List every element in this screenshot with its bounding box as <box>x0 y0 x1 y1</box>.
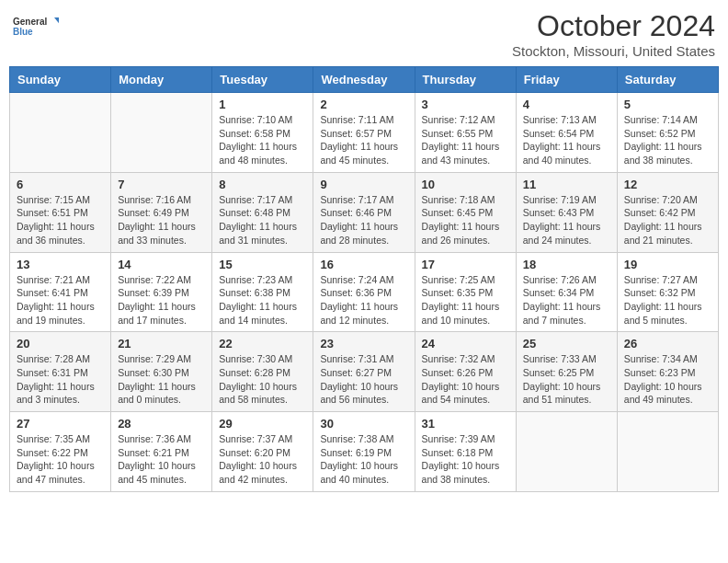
day-info: Sunrise: 7:14 AMSunset: 6:52 PMDaylight:… <box>624 113 711 167</box>
day-number: 3 <box>422 98 509 111</box>
day-info: Sunrise: 7:16 AMSunset: 6:49 PMDaylight:… <box>118 193 205 247</box>
calendar-cell: 13Sunrise: 7:21 AMSunset: 6:41 PMDayligh… <box>10 252 111 332</box>
day-number: 23 <box>320 337 407 350</box>
day-number: 21 <box>118 337 205 350</box>
day-number: 28 <box>118 417 205 431</box>
calendar-day-header: Wednesday <box>313 67 415 93</box>
svg-text:General: General <box>13 17 47 27</box>
calendar-cell <box>516 412 617 492</box>
day-number: 31 <box>422 417 509 431</box>
day-info: Sunrise: 7:21 AMSunset: 6:41 PMDaylight:… <box>17 273 104 327</box>
calendar-cell: 27Sunrise: 7:35 AMSunset: 6:22 PMDayligh… <box>10 412 111 492</box>
day-number: 8 <box>219 178 306 191</box>
day-info: Sunrise: 7:34 AMSunset: 6:23 PMDaylight:… <box>624 352 711 407</box>
calendar-cell: 28Sunrise: 7:36 AMSunset: 6:21 PMDayligh… <box>111 412 212 492</box>
svg-text:Blue: Blue <box>13 27 33 37</box>
day-info: Sunrise: 7:17 AMSunset: 6:46 PMDaylight:… <box>320 193 407 247</box>
day-info: Sunrise: 7:18 AMSunset: 6:45 PMDaylight:… <box>422 193 509 247</box>
day-number: 7 <box>118 178 205 191</box>
calendar-cell: 29Sunrise: 7:37 AMSunset: 6:20 PMDayligh… <box>212 412 313 492</box>
day-info: Sunrise: 7:12 AMSunset: 6:55 PMDaylight:… <box>422 113 509 167</box>
calendar-cell: 30Sunrise: 7:38 AMSunset: 6:19 PMDayligh… <box>313 412 415 492</box>
calendar-cell: 16Sunrise: 7:24 AMSunset: 6:36 PMDayligh… <box>313 252 415 332</box>
day-info: Sunrise: 7:15 AMSunset: 6:51 PMDaylight:… <box>17 193 104 247</box>
calendar-cell: 1Sunrise: 7:10 AMSunset: 6:58 PMDaylight… <box>212 93 313 173</box>
day-info: Sunrise: 7:20 AMSunset: 6:42 PMDaylight:… <box>624 193 711 247</box>
calendar-cell: 19Sunrise: 7:27 AMSunset: 6:32 PMDayligh… <box>617 252 718 332</box>
calendar-cell: 23Sunrise: 7:31 AMSunset: 6:27 PMDayligh… <box>313 332 415 412</box>
calendar-cell: 22Sunrise: 7:30 AMSunset: 6:28 PMDayligh… <box>212 332 313 412</box>
calendar-day-header: Sunday <box>10 67 111 93</box>
title-block: October 2024 Stockton, Missouri, United … <box>512 9 715 59</box>
calendar-header-row: SundayMondayTuesdayWednesdayThursdayFrid… <box>10 67 719 93</box>
subtitle: Stockton, Missouri, United States <box>512 43 715 59</box>
calendar-week-row: 1Sunrise: 7:10 AMSunset: 6:58 PMDaylight… <box>10 93 719 173</box>
day-info: Sunrise: 7:17 AMSunset: 6:48 PMDaylight:… <box>219 193 306 247</box>
main-title: October 2024 <box>512 9 715 43</box>
day-info: Sunrise: 7:39 AMSunset: 6:18 PMDaylight:… <box>422 432 509 487</box>
calendar-cell: 4Sunrise: 7:13 AMSunset: 6:54 PMDaylight… <box>516 93 617 173</box>
day-number: 5 <box>624 98 711 111</box>
calendar-cell: 7Sunrise: 7:16 AMSunset: 6:49 PMDaylight… <box>111 172 212 252</box>
day-number: 30 <box>320 417 407 431</box>
day-info: Sunrise: 7:24 AMSunset: 6:36 PMDaylight:… <box>320 273 407 327</box>
logo-svg: General Blue <box>13 9 59 44</box>
day-number: 18 <box>523 258 610 271</box>
calendar-cell: 21Sunrise: 7:29 AMSunset: 6:30 PMDayligh… <box>111 332 212 412</box>
calendar-day-header: Thursday <box>415 67 516 93</box>
day-info: Sunrise: 7:10 AMSunset: 6:58 PMDaylight:… <box>219 113 306 167</box>
day-number: 27 <box>17 417 104 431</box>
day-number: 19 <box>624 258 711 271</box>
day-info: Sunrise: 7:35 AMSunset: 6:22 PMDaylight:… <box>17 432 104 487</box>
day-number: 12 <box>624 178 711 191</box>
day-number: 6 <box>17 178 104 191</box>
calendar-cell: 25Sunrise: 7:33 AMSunset: 6:25 PMDayligh… <box>516 332 617 412</box>
calendar-cell: 5Sunrise: 7:14 AMSunset: 6:52 PMDaylight… <box>617 93 718 173</box>
calendar-cell: 12Sunrise: 7:20 AMSunset: 6:42 PMDayligh… <box>617 172 718 252</box>
calendar-cell: 8Sunrise: 7:17 AMSunset: 6:48 PMDaylight… <box>212 172 313 252</box>
day-number: 13 <box>17 258 104 271</box>
calendar-cell: 18Sunrise: 7:26 AMSunset: 6:34 PMDayligh… <box>516 252 617 332</box>
calendar-table: SundayMondayTuesdayWednesdayThursdayFrid… <box>9 66 719 492</box>
calendar-cell: 15Sunrise: 7:23 AMSunset: 6:38 PMDayligh… <box>212 252 313 332</box>
day-info: Sunrise: 7:28 AMSunset: 6:31 PMDaylight:… <box>17 352 104 407</box>
calendar-cell: 10Sunrise: 7:18 AMSunset: 6:45 PMDayligh… <box>415 172 516 252</box>
calendar-cell: 31Sunrise: 7:39 AMSunset: 6:18 PMDayligh… <box>415 412 516 492</box>
calendar-cell: 6Sunrise: 7:15 AMSunset: 6:51 PMDaylight… <box>10 172 111 252</box>
day-info: Sunrise: 7:23 AMSunset: 6:38 PMDaylight:… <box>219 273 306 327</box>
calendar-cell <box>617 412 718 492</box>
calendar-day-header: Saturday <box>617 67 718 93</box>
calendar-cell: 3Sunrise: 7:12 AMSunset: 6:55 PMDaylight… <box>415 93 516 173</box>
calendar-cell: 9Sunrise: 7:17 AMSunset: 6:46 PMDaylight… <box>313 172 415 252</box>
day-number: 11 <box>523 178 610 191</box>
calendar-cell: 11Sunrise: 7:19 AMSunset: 6:43 PMDayligh… <box>516 172 617 252</box>
day-number: 26 <box>624 337 711 350</box>
calendar-cell: 2Sunrise: 7:11 AMSunset: 6:57 PMDaylight… <box>313 93 415 173</box>
calendar-day-header: Friday <box>516 67 617 93</box>
calendar-day-header: Monday <box>111 67 212 93</box>
calendar-week-row: 6Sunrise: 7:15 AMSunset: 6:51 PMDaylight… <box>10 172 719 252</box>
day-info: Sunrise: 7:38 AMSunset: 6:19 PMDaylight:… <box>320 432 407 487</box>
calendar-day-header: Tuesday <box>212 67 313 93</box>
day-info: Sunrise: 7:37 AMSunset: 6:20 PMDaylight:… <box>219 432 306 487</box>
day-number: 16 <box>320 258 407 271</box>
calendar-cell: 26Sunrise: 7:34 AMSunset: 6:23 PMDayligh… <box>617 332 718 412</box>
day-info: Sunrise: 7:33 AMSunset: 6:25 PMDaylight:… <box>523 352 610 407</box>
day-number: 2 <box>320 98 407 111</box>
day-info: Sunrise: 7:31 AMSunset: 6:27 PMDaylight:… <box>320 352 407 407</box>
day-info: Sunrise: 7:25 AMSunset: 6:35 PMDaylight:… <box>422 273 509 327</box>
day-number: 24 <box>422 337 509 350</box>
day-number: 20 <box>17 337 104 350</box>
calendar-cell: 17Sunrise: 7:25 AMSunset: 6:35 PMDayligh… <box>415 252 516 332</box>
day-number: 15 <box>219 258 306 271</box>
day-number: 1 <box>219 98 306 111</box>
day-info: Sunrise: 7:19 AMSunset: 6:43 PMDaylight:… <box>523 193 610 247</box>
calendar-week-row: 27Sunrise: 7:35 AMSunset: 6:22 PMDayligh… <box>10 412 719 492</box>
calendar-cell <box>111 93 212 173</box>
svg-marker-2 <box>54 17 59 23</box>
day-info: Sunrise: 7:32 AMSunset: 6:26 PMDaylight:… <box>422 352 509 407</box>
calendar-week-row: 20Sunrise: 7:28 AMSunset: 6:31 PMDayligh… <box>10 332 719 412</box>
day-number: 10 <box>422 178 509 191</box>
calendar-cell: 24Sunrise: 7:32 AMSunset: 6:26 PMDayligh… <box>415 332 516 412</box>
day-info: Sunrise: 7:30 AMSunset: 6:28 PMDaylight:… <box>219 352 306 407</box>
